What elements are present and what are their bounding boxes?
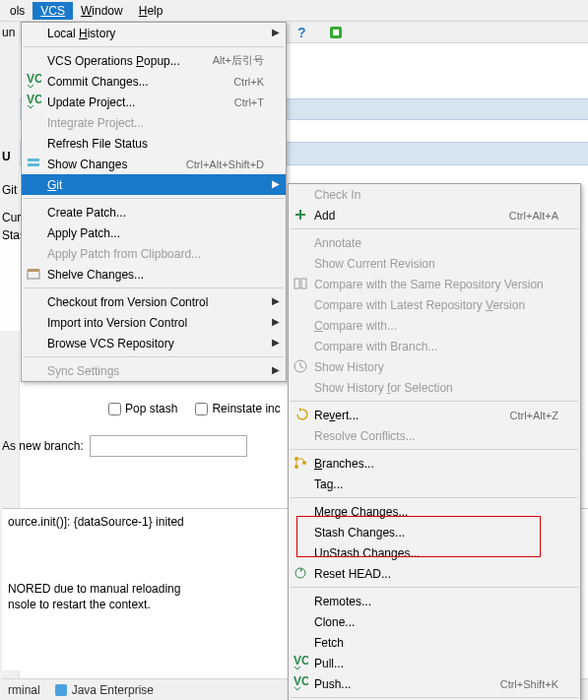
vcs-menu-update-project[interactable]: VCSUpdate Project...Ctrl+T <box>22 92 286 112</box>
vcs-menu-browse-vcs-repository[interactable]: Browse VCS Repository▶ <box>22 333 286 353</box>
menu-item-label: Pull... <box>314 657 558 670</box>
menu-item-label: Commit Changes... <box>47 75 210 89</box>
svg-rect-1 <box>333 30 339 35</box>
hist-icon <box>293 358 308 374</box>
git-menu-show-current-revision: Show Current Revision <box>289 253 580 274</box>
shelve-icon <box>26 266 41 282</box>
git-menu-compare-with: Compare with... <box>289 315 580 336</box>
git-menu-compare-with-branch: Compare with Branch... <box>289 336 580 356</box>
vcs-menu-commit-changes[interactable]: VCSCommit Changes...Ctrl+K <box>22 71 286 92</box>
vcs-menu-create-patch[interactable]: Create Patch... <box>22 202 286 223</box>
git-menu-resolve-conflicts: Resolve Conflicts... <box>289 425 580 446</box>
reset-icon <box>293 565 308 581</box>
menu-item-label: Clone... <box>314 615 558 629</box>
cmp-icon <box>293 276 308 291</box>
git-menu-compare-with-the-same-repository-version: Compare with the Same Repository Version <box>289 274 580 294</box>
svg-text:VCS: VCS <box>294 655 308 668</box>
reinstate-checkbox[interactable]: Reinstate inc <box>195 402 280 415</box>
menu-item-shortcut: Alt+后引号 <box>213 53 264 68</box>
vcs-dropdown: Local History▶VCS Operations Popup...Alt… <box>21 22 287 382</box>
git-menu-branches[interactable]: Branches... <box>289 453 580 474</box>
vcs-icon: VCS <box>293 655 308 670</box>
reinstate-input[interactable] <box>195 403 208 415</box>
git-menu-merge-changes[interactable]: Merge Changes... <box>289 501 580 522</box>
menu-item-label: Integrate Project... <box>47 116 264 130</box>
svg-rect-5 <box>28 159 39 161</box>
submenu-arrow-icon: ▶ <box>272 364 280 375</box>
submenu-arrow-icon: ▶ <box>272 27 280 37</box>
vcs-menu-shelve-changes[interactable]: Shelve Changes... <box>22 264 286 285</box>
vcs-menu-integrate-project: Integrate Project... <box>22 112 286 133</box>
menu-item-label: Checkout from Version Control <box>47 295 264 309</box>
java-enterprise-tab[interactable]: Java Enterprise <box>54 683 154 697</box>
menu-item-label: Import into Version Control <box>47 316 264 330</box>
menu-item-label: Merge Changes... <box>314 505 558 519</box>
menu-item-label: Resolve Conflicts... <box>314 429 558 443</box>
svg-rect-10 <box>301 279 306 288</box>
git-menu-remotes[interactable]: Remotes... <box>289 591 580 611</box>
submenu-arrow-icon: ▶ <box>272 337 280 348</box>
menu-item-shortcut: Ctrl+K <box>233 76 264 88</box>
submenu-arrow-icon: ▶ <box>272 178 280 189</box>
menu-item-label: Create Patch... <box>47 206 264 220</box>
vcs-menu-import-into-version-control[interactable]: Import into Version Control▶ <box>22 312 286 333</box>
git-menu-separator <box>291 697 578 698</box>
git-menu-clone[interactable]: Clone... <box>289 611 580 632</box>
menu-window[interactable]: Window <box>73 2 131 20</box>
menu-item-label: Show Changes <box>47 158 163 171</box>
vcs-menu-checkout-from-version-control[interactable]: Checkout from Version Control▶ <box>22 291 286 312</box>
menu-item-shortcut: Ctrl+Shift+K <box>500 678 558 690</box>
new-branch-input[interactable] <box>90 435 247 457</box>
menu-help[interactable]: Help <box>131 2 171 20</box>
vcs-menu-local-history[interactable]: Local History▶ <box>22 23 286 43</box>
stash-options: Pop stash Reinstate inc <box>108 402 281 415</box>
pop-stash-checkbox[interactable]: Pop stash <box>108 402 177 415</box>
vcs-menu-apply-patch[interactable]: Apply Patch... <box>22 223 286 243</box>
git-menu-add[interactable]: AddCtrl+Alt+A <box>289 205 580 225</box>
menu-item-label: Tag... <box>314 477 558 491</box>
help-icon[interactable]: ? <box>297 25 313 40</box>
menu-item-label: Git <box>47 178 264 192</box>
menu-tools-partial[interactable]: ols <box>2 2 33 20</box>
git-menu-pull[interactable]: VCSPull... <box>289 653 580 673</box>
menu-item-label: Shelve Changes... <box>47 268 264 282</box>
terminal-tab[interactable]: rminal <box>8 683 40 697</box>
frag-cur: Cur <box>2 211 21 224</box>
git-menu-reset-head[interactable]: Reset HEAD... <box>289 563 580 584</box>
git-menu-separator <box>291 401 578 402</box>
svg-text:VCS: VCS <box>27 73 41 86</box>
svg-rect-7 <box>28 271 39 279</box>
menu-vcs[interactable]: VCS <box>33 2 73 20</box>
menu-item-label: Refresh File Status <box>47 137 264 151</box>
vcs-menu-refresh-file-status[interactable]: Refresh File Status <box>22 133 286 154</box>
git-menu-push[interactable]: VCSPush...Ctrl+Shift+K <box>289 673 580 694</box>
pop-stash-input[interactable] <box>108 403 121 415</box>
git-menu-fetch[interactable]: Fetch <box>289 632 580 653</box>
git-menu-tag[interactable]: Tag... <box>289 474 580 494</box>
menu-item-label: Fetch <box>314 636 558 650</box>
git-menu-revert[interactable]: Revert...Ctrl+Alt+Z <box>289 405 580 425</box>
vcs-icon: VCS <box>293 675 308 691</box>
vcs-menu-git[interactable]: Git▶ <box>22 174 286 195</box>
vcs-icon: VCS <box>26 94 41 109</box>
menu-item-label: Revert... <box>314 409 486 422</box>
submenu-arrow-icon: ▶ <box>272 316 280 327</box>
new-branch-row: As new branch: <box>2 435 247 457</box>
vcs-menu-apply-patch-from-clipboard: Apply Patch from Clipboard... <box>22 243 286 264</box>
svg-text:VCS: VCS <box>27 94 41 106</box>
menu-item-label: Stash Changes... <box>314 526 558 540</box>
git-menu-separator <box>291 449 578 450</box>
run-config-icon[interactable] <box>328 25 344 40</box>
vcs-menu-vcs-operations-popup[interactable]: VCS Operations Popup...Alt+后引号 <box>22 50 286 71</box>
vcs-menu-show-changes[interactable]: Show ChangesCtrl+Alt+Shift+D <box>22 154 286 174</box>
svg-rect-6 <box>28 163 39 166</box>
add-icon <box>293 207 308 223</box>
menu-item-label: Sync Settings <box>47 364 264 378</box>
menu-item-label: Apply Patch... <box>47 226 264 240</box>
git-menu-unstash-changes[interactable]: UnStash Changes... <box>289 542 580 563</box>
vcs-menu-separator <box>24 46 284 47</box>
git-submenu: Check InAddCtrl+Alt+AAnnotateShow Curren… <box>288 183 581 700</box>
vcs-menu-separator <box>24 287 284 288</box>
menu-item-label: Add <box>314 209 486 223</box>
git-menu-stash-changes[interactable]: Stash Changes... <box>289 522 580 542</box>
